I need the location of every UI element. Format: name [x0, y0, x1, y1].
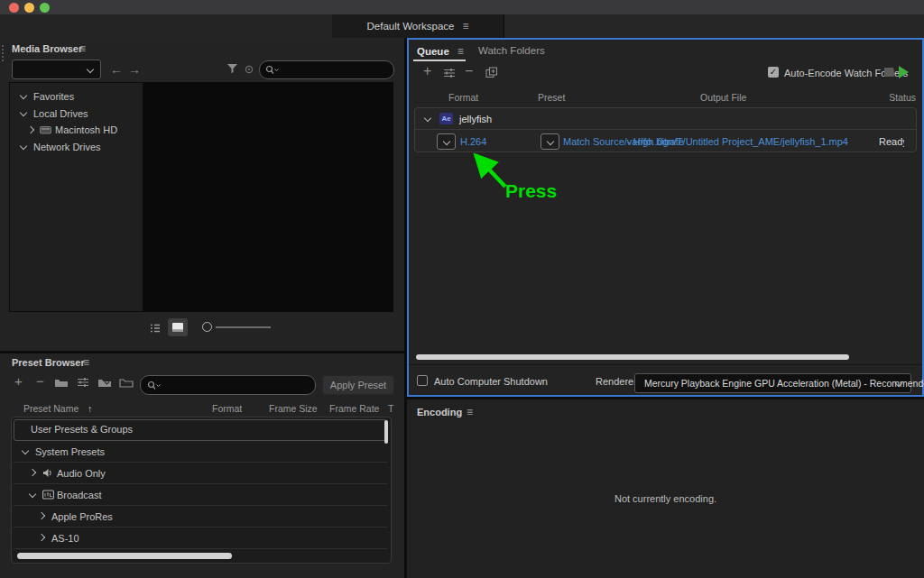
add-output-button[interactable] — [443, 68, 456, 78]
preset-dropdown-button[interactable] — [541, 133, 559, 150]
encoding-menu-icon[interactable]: ≡ — [467, 406, 473, 418]
titlebar — [0, 0, 924, 14]
chevron-down-icon[interactable] — [20, 142, 27, 150]
search-icon — [147, 381, 161, 390]
media-browser-panel: Media Browser ≡ ← → Favo — [0, 38, 404, 351]
job-output-file-link[interactable]: /var/fo..0gn/T/Untitled Project_AME/jell… — [624, 136, 848, 147]
chevron-down-icon[interactable] — [22, 447, 29, 454]
list-item-user-presets[interactable]: User Presets & Groups — [14, 419, 387, 441]
tree-item-label: Favorites — [33, 91, 74, 102]
job-output-row[interactable]: H.264 Match Source - High bitrate /var/f… — [415, 130, 916, 152]
vertical-scrollbar[interactable] — [384, 420, 388, 444]
tree-item-macintosh-hd[interactable]: Macintosh HD — [10, 122, 143, 139]
auto-shutdown-checkbox[interactable] — [417, 375, 428, 386]
list-item-as10[interactable]: AS-10 — [14, 528, 387, 549]
minimize-button[interactable] — [24, 3, 34, 13]
apply-preset-button[interactable]: Apply Preset — [322, 375, 394, 395]
tree-item-network-drives[interactable]: Network Drives — [10, 139, 143, 156]
preset-search-input[interactable] — [162, 377, 313, 393]
queue-job-group: Ae jellyfish H.264 Match Source - High b… — [414, 107, 917, 152]
column-status: Status — [889, 92, 916, 103]
chevron-down-icon[interactable] — [20, 109, 27, 116]
app-window: Default Workspace ≡ Media Browser ≡ ← → — [0, 0, 924, 578]
chevron-down-icon[interactable] — [424, 115, 431, 122]
workspace-menu-icon[interactable]: ≡ — [462, 20, 468, 32]
media-browser-menu-icon[interactable]: ≡ — [79, 42, 86, 55]
eye-icon[interactable] — [244, 65, 254, 74]
auto-shutdown-label: Auto Computer Shutdown — [434, 376, 548, 387]
tab-watch-folders[interactable]: Watch Folders — [478, 45, 545, 56]
active-tab-underline — [413, 60, 466, 61]
media-search-box — [259, 60, 394, 79]
import-preset-icon[interactable] — [97, 377, 112, 388]
preset-settings-icon[interactable] — [77, 377, 89, 388]
new-preset-group-icon[interactable] — [54, 377, 69, 388]
speaker-icon — [42, 468, 53, 478]
start-queue-button[interactable] — [899, 66, 909, 78]
chevron-down-icon — [546, 138, 553, 145]
thumbnail-size-slider-track[interactable] — [216, 326, 271, 328]
column-preset: Preset — [538, 92, 565, 103]
renderer-value: Mercury Playback Engine GPU Acceleration… — [644, 378, 924, 389]
media-tree: Favorites Local Drives Macintosh HD Netw… — [9, 82, 143, 312]
renderer-label: Renderer: — [596, 376, 640, 387]
list-item-broadcast[interactable]: Broadcast — [14, 484, 387, 506]
tab-queue-label: Queue — [417, 46, 449, 57]
preset-browser-menu-icon[interactable]: ≡ — [83, 356, 89, 369]
list-item-label: Apple ProRes — [51, 511, 113, 522]
tree-item-local-drives[interactable]: Local Drives — [10, 106, 143, 123]
list-item-audio-only[interactable]: Audio Only — [14, 463, 387, 484]
chevron-right-icon[interactable] — [38, 512, 45, 519]
add-source-button[interactable]: + — [423, 65, 431, 78]
media-preview-area — [143, 82, 393, 312]
filter-funnel-icon[interactable] — [226, 63, 238, 74]
chevron-down-icon[interactable] — [29, 491, 36, 498]
job-source-name: jellyfish — [459, 114, 492, 124]
column-frame-size: Frame Size — [269, 403, 318, 414]
preset-search-box — [140, 375, 316, 395]
media-search-input[interactable] — [282, 62, 392, 78]
list-item-system-presets[interactable]: System Presets — [14, 441, 387, 463]
duplicate-button[interactable] — [485, 67, 498, 78]
close-button[interactable] — [9, 3, 19, 13]
list-item-label: User Presets & Groups — [31, 424, 133, 435]
workspace-tab-label: Default Workspace — [367, 21, 455, 32]
job-format-link[interactable]: H.264 — [460, 136, 486, 147]
export-preset-icon[interactable] — [119, 377, 134, 388]
chevron-right-icon[interactable] — [38, 534, 45, 541]
back-button[interactable]: ← — [110, 63, 123, 76]
chevron-right-icon[interactable] — [27, 126, 34, 133]
column-output-file: Output File — [700, 92, 746, 103]
renderer-dropdown[interactable]: Mercury Playback Engine GPU Acceleration… — [634, 373, 911, 393]
tree-item-favorites[interactable]: Favorites — [10, 88, 143, 106]
tab-queue[interactable]: Queue ≡ — [417, 43, 464, 60]
panel-grip-icon[interactable] — [2, 45, 6, 61]
job-source-row[interactable]: Ae jellyfish — [415, 108, 916, 130]
sort-ascending-icon[interactable]: ↑ — [88, 403, 92, 414]
workspace-tab[interactable]: Default Workspace ≡ — [332, 14, 504, 38]
tree-item-label: Local Drives — [33, 108, 88, 119]
list-item-apple-prores[interactable]: Apple ProRes — [14, 506, 387, 528]
thumbnail-size-slider-knob[interactable] — [202, 322, 212, 332]
tree-item-label: Macintosh HD — [55, 124, 117, 135]
media-browser-title: Media Browser — [12, 43, 82, 54]
forward-button[interactable]: → — [128, 63, 141, 76]
column-preset-name[interactable]: Preset Name — [23, 403, 79, 414]
thumbnail-view-button[interactable] — [168, 318, 188, 336]
delete-preset-button[interactable]: − — [36, 375, 44, 388]
auto-encode-checkbox[interactable]: ✓ — [768, 67, 779, 78]
directory-select[interactable] — [12, 60, 101, 79]
encoding-status-message: Not currently encoding. — [407, 493, 924, 504]
horizontal-scrollbar[interactable] — [17, 553, 232, 559]
zoom-button[interactable] — [40, 3, 50, 13]
list-view-button[interactable] — [149, 323, 162, 334]
remove-button[interactable]: − — [465, 65, 473, 78]
create-preset-button[interactable]: + — [14, 375, 23, 388]
queue-menu-icon[interactable]: ≡ — [457, 45, 464, 58]
stop-queue-button[interactable] — [884, 68, 893, 77]
chevron-down-icon[interactable] — [20, 92, 27, 99]
horizontal-scrollbar[interactable] — [416, 354, 849, 360]
chevron-right-icon[interactable] — [29, 469, 36, 476]
format-dropdown-button[interactable] — [437, 133, 456, 150]
list-item-label: System Presets — [35, 446, 105, 457]
